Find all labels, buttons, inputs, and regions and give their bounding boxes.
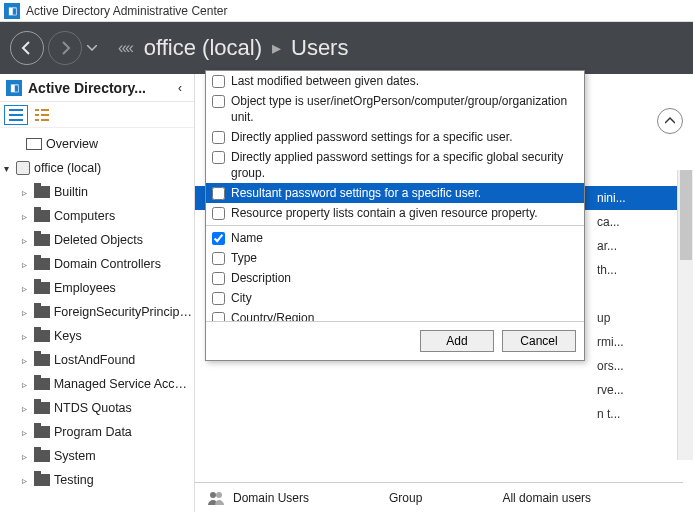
tree-node[interactable]: ▹Computers xyxy=(0,204,194,228)
expander-icon[interactable]: ▹ xyxy=(22,307,34,318)
tree-node-overview[interactable]: Overview xyxy=(0,132,194,156)
tree-node[interactable]: ▹Deleted Objects xyxy=(0,228,194,252)
criteria-list[interactable]: Last modified between given dates.Object… xyxy=(206,71,584,321)
criteria-field[interactable]: Name xyxy=(206,228,584,248)
group-icon xyxy=(207,490,225,506)
tree-node[interactable]: ▹Builtin xyxy=(0,180,194,204)
details-name: Domain Users xyxy=(233,491,309,505)
folder-icon xyxy=(34,450,50,462)
criteria-checkbox[interactable] xyxy=(212,151,225,164)
list-view-button[interactable] xyxy=(30,105,54,125)
expander-icon[interactable]: ▹ xyxy=(22,331,34,342)
scrollbar-thumb[interactable] xyxy=(680,170,692,260)
add-criteria-popup: Last modified between given dates.Object… xyxy=(205,70,585,361)
tree-node[interactable]: ▹Keys xyxy=(0,324,194,348)
folder-icon xyxy=(34,426,50,438)
expander-icon[interactable]: ▹ xyxy=(22,355,34,366)
criteria-field[interactable]: Description xyxy=(206,268,584,288)
expander-icon[interactable]: ▹ xyxy=(22,427,34,438)
criteria-checkbox[interactable] xyxy=(212,207,225,220)
tree-node-domain[interactable]: ▾ office (local) xyxy=(0,156,194,180)
criteria-option[interactable]: Object type is user/inetOrgPerson/comput… xyxy=(206,91,584,127)
svg-rect-2 xyxy=(9,119,23,121)
folder-icon xyxy=(34,186,50,198)
navigation-pane: ◧ Active Directory... ‹ Overview ▾ offic… xyxy=(0,74,195,512)
expander-icon[interactable]: ▹ xyxy=(22,451,34,462)
ad-icon: ◧ xyxy=(6,80,22,96)
details-type: Group xyxy=(389,491,422,505)
expander-icon[interactable]: ▹ xyxy=(22,403,34,414)
expander-icon[interactable]: ▹ xyxy=(22,379,34,390)
expand-toggle-button[interactable] xyxy=(657,108,683,134)
navigation-pane-header: ◧ Active Directory... ‹ xyxy=(0,74,194,102)
nav-forward-button[interactable] xyxy=(48,31,82,65)
expander-icon[interactable]: ▹ xyxy=(22,283,34,294)
criteria-field[interactable]: Type xyxy=(206,248,584,268)
expander-open-icon[interactable]: ▾ xyxy=(4,163,16,174)
criteria-checkbox[interactable] xyxy=(212,232,225,245)
app-icon: ◧ xyxy=(4,3,20,19)
expander-icon[interactable]: ▹ xyxy=(22,187,34,198)
details-desc: All domain users xyxy=(502,491,591,505)
tree-node[interactable]: ▹ForeignSecurityPrincipals xyxy=(0,300,194,324)
tree-node[interactable]: ▹System xyxy=(0,444,194,468)
expander-icon[interactable]: ▹ xyxy=(22,211,34,222)
svg-rect-6 xyxy=(41,114,49,116)
criteria-cancel-button[interactable]: Cancel xyxy=(502,330,576,352)
svg-rect-0 xyxy=(9,109,23,111)
breadcrumb-root-icon: «« xyxy=(118,39,132,57)
tree-node[interactable]: ▹LostAndFound xyxy=(0,348,194,372)
expander-icon[interactable]: ▹ xyxy=(22,475,34,486)
criteria-buttons: Add Cancel xyxy=(206,321,584,360)
criteria-checkbox[interactable] xyxy=(212,292,225,305)
criteria-option[interactable]: Directly applied password settings for a… xyxy=(206,147,584,183)
list-partial-fragments: nini...ca...ar...th...uprmi...ors...rve.… xyxy=(593,186,683,506)
collapse-pane-button[interactable]: ‹ xyxy=(172,81,188,95)
navigation-pane-title: Active Directory... xyxy=(28,80,172,96)
tree-node[interactable]: ▹Managed Service Accoun xyxy=(0,372,194,396)
breadcrumb[interactable]: «« office (local) ▸ Users xyxy=(118,35,352,61)
svg-rect-3 xyxy=(35,109,39,111)
breadcrumb-seg-container[interactable]: Users xyxy=(291,35,348,61)
criteria-add-button[interactable]: Add xyxy=(420,330,494,352)
criteria-option[interactable]: Resultant password settings for a specif… xyxy=(206,183,584,203)
criteria-checkbox[interactable] xyxy=(212,272,225,285)
nav-back-button[interactable] xyxy=(10,31,44,65)
tree-node[interactable]: ▹Program Data xyxy=(0,420,194,444)
breadcrumb-seg-domain[interactable]: office (local) xyxy=(144,35,262,61)
criteria-option[interactable]: Resource property lists contain a given … xyxy=(206,203,584,223)
folder-icon xyxy=(34,258,50,270)
navigation-tree[interactable]: Overview ▾ office (local) ▹Builtin▹Compu… xyxy=(0,128,194,512)
folder-icon xyxy=(34,210,50,222)
svg-point-19 xyxy=(210,492,216,498)
svg-point-20 xyxy=(216,492,222,498)
folder-icon xyxy=(34,402,50,414)
nav-history-dropdown[interactable] xyxy=(86,45,98,51)
tree-view-button[interactable] xyxy=(4,105,28,125)
criteria-checkbox[interactable] xyxy=(212,131,225,144)
criteria-checkbox[interactable] xyxy=(212,95,225,108)
tree-node[interactable]: ▹Testing xyxy=(0,468,194,492)
tree-node[interactable]: ▹NTDS Quotas xyxy=(0,396,194,420)
folder-icon xyxy=(34,306,50,318)
expander-icon[interactable]: ▹ xyxy=(22,235,34,246)
svg-rect-7 xyxy=(35,119,39,121)
svg-rect-4 xyxy=(41,109,49,111)
tree-node[interactable]: ▹Employees xyxy=(0,276,194,300)
criteria-option[interactable]: Last modified between given dates. xyxy=(206,71,584,91)
criteria-checkbox[interactable] xyxy=(212,75,225,88)
expander-icon[interactable]: ▹ xyxy=(22,259,34,270)
folder-icon xyxy=(34,330,50,342)
overview-icon xyxy=(26,138,42,150)
criteria-checkbox[interactable] xyxy=(212,187,225,200)
list-scrollbar[interactable] xyxy=(677,170,693,460)
criteria-checkbox[interactable] xyxy=(212,312,225,321)
criteria-separator xyxy=(206,225,584,226)
details-row: Domain Users Group All domain users xyxy=(195,482,683,512)
criteria-field[interactable]: City xyxy=(206,288,584,308)
folder-icon xyxy=(34,234,50,246)
criteria-field[interactable]: Country/Region xyxy=(206,308,584,321)
tree-node[interactable]: ▹Domain Controllers xyxy=(0,252,194,276)
criteria-checkbox[interactable] xyxy=(212,252,225,265)
criteria-option[interactable]: Directly applied password settings for a… xyxy=(206,127,584,147)
